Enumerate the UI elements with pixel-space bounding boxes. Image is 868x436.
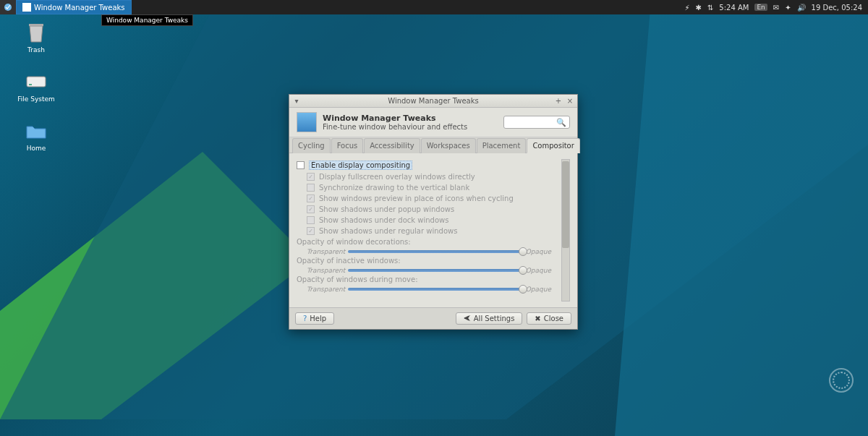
slider-track[interactable]	[348, 269, 522, 272]
check-shadow-dock[interactable]: Show shadows under dock windows	[307, 216, 551, 224]
activity-spinner	[829, 368, 854, 393]
checkbox-icon: ✓	[307, 195, 315, 202]
check-vsync[interactable]: Synchronize drawing to the vertical blan…	[307, 184, 551, 192]
close-icon: ✖	[535, 315, 540, 322]
scrollbar-thumb[interactable]	[562, 161, 569, 248]
back-icon: ⮜	[464, 315, 471, 322]
slider-knob[interactable]	[519, 247, 527, 256]
window-menu-icon[interactable]: ▾	[292, 97, 301, 106]
window-title: Window Manager Tweaks	[388, 97, 479, 105]
tab-accessibility[interactable]: Accessibility	[364, 138, 420, 153]
check-label: Display fullscreen overlay windows direc…	[319, 173, 475, 181]
slider-inactive-label: Opacity of inactive windows:	[297, 257, 551, 265]
svg-rect-4	[29, 24, 43, 26]
slider-decorations[interactable]: Transparent Opaque	[307, 248, 551, 255]
desktop-icon-label: File System	[17, 95, 54, 103]
tab-workspaces[interactable]: Workspaces	[421, 138, 476, 153]
bluetooth-icon[interactable]: ✱	[696, 4, 702, 12]
slider-track[interactable]	[348, 288, 522, 291]
desktop-icon-trash[interactable]: Trash	[14, 22, 58, 54]
checkbox-icon: ✓	[307, 205, 315, 213]
slider-track[interactable]	[348, 250, 522, 253]
check-shadow-popup[interactable]: ✓ Show shadows under popup windows	[307, 205, 551, 213]
taskbar-label: Window Manager Tweaks	[34, 4, 125, 12]
tab-compositor[interactable]: Compositor	[527, 138, 579, 153]
slider-move[interactable]: Transparent Opaque	[307, 286, 551, 293]
desktop-icon-label: Trash	[27, 46, 45, 54]
checkbox-icon: ✓	[307, 173, 315, 181]
minimize-button[interactable]: +	[554, 97, 563, 106]
desktop-icon-label: Home	[27, 145, 46, 152]
checkbox-icon: ✓	[307, 227, 315, 235]
check-label: Show shadows under popup windows	[319, 205, 454, 213]
check-label: Enable display compositing	[309, 161, 412, 170]
close-button[interactable]: ×	[566, 97, 574, 106]
slider-decorations-label: Opacity of window decorations:	[297, 238, 551, 246]
taskbar-app-icon	[22, 3, 31, 12]
dialog-title: Window Manager Tweaks	[323, 114, 467, 123]
svg-marker-2	[615, 0, 868, 436]
all-settings-button[interactable]: ⮜ All Settings	[456, 312, 523, 325]
dialog-header: Window Manager Tweaks Fine-tune window b…	[289, 108, 577, 137]
slider-inactive[interactable]: Transparent Opaque	[307, 267, 551, 274]
titlebar[interactable]: ▾ Window Manager Tweaks + ×	[289, 95, 577, 108]
check-enable-compositing[interactable]: Enable display compositing	[297, 161, 551, 170]
trash-icon	[25, 22, 47, 43]
top-panel: Window Manager Tweaks ⚡ ✱ ⇅ 5:24 AM En ✉…	[0, 0, 868, 14]
check-label: Synchronize drawing to the vertical blan…	[319, 184, 469, 192]
desktop-icon-home[interactable]: Home	[14, 120, 58, 152]
check-fullscreen-overlay[interactable]: ✓ Display fullscreen overlay windows dir…	[307, 173, 551, 181]
check-preview-cycling[interactable]: ✓ Show windows preview in place of icons…	[307, 195, 551, 202]
taskbar-window-button[interactable]: Window Manager Tweaks	[16, 0, 132, 14]
app-menu-button[interactable]	[0, 0, 16, 14]
scrollbar[interactable]	[561, 159, 570, 302]
tab-placement[interactable]: Placement	[477, 138, 527, 153]
power-icon[interactable]: ⚡	[684, 4, 689, 12]
tab-cycling[interactable]: Cycling	[292, 138, 331, 153]
settings-search[interactable]: 🔍	[503, 116, 570, 129]
mail-icon[interactable]: ✉	[773, 4, 779, 12]
date-text[interactable]: 19 Dec, 05:24	[812, 4, 862, 12]
check-shadow-regular[interactable]: ✓ Show shadows under regular windows	[307, 227, 551, 235]
slider-move-label: Opacity of windows during move:	[297, 275, 551, 283]
check-label: Show windows preview in place of icons w…	[319, 195, 514, 202]
slider-knob[interactable]	[519, 285, 527, 294]
dialog-window: ▾ Window Manager Tweaks + × Window Manag…	[289, 94, 578, 330]
dialog-subtitle: Fine-tune window behaviour and effects	[323, 123, 467, 131]
tab-bar: Cycling Focus Accessibility Workspaces P…	[289, 137, 577, 153]
checkbox-icon	[307, 216, 315, 224]
search-icon: 🔍	[556, 118, 566, 127]
check-label: Show shadows under regular windows	[319, 227, 457, 235]
volume-icon[interactable]: 🔊	[797, 4, 806, 12]
close-dialog-button[interactable]: ✖ Close	[527, 312, 571, 325]
notifications-icon[interactable]: ✦	[785, 4, 791, 12]
dialog-app-icon	[297, 112, 317, 132]
checkbox-icon	[307, 184, 315, 192]
dialog-footer: ? Help ⮜ All Settings ✖ Close	[289, 307, 577, 329]
network-icon[interactable]: ⇅	[707, 4, 713, 12]
desktop-icon-filesystem[interactable]: File System	[14, 71, 58, 103]
keyboard-lang[interactable]: En	[754, 4, 767, 11]
folder-icon	[25, 120, 47, 142]
clock-text[interactable]: 5:24 AM	[719, 4, 749, 12]
help-button[interactable]: ? Help	[295, 312, 334, 325]
help-icon: ?	[303, 315, 307, 322]
check-label: Show shadows under dock windows	[319, 216, 448, 224]
svg-rect-6	[29, 84, 32, 85]
tab-focus[interactable]: Focus	[331, 138, 364, 153]
drive-icon	[25, 71, 47, 93]
taskbar-tooltip: Window Manager Tweaks	[101, 14, 193, 26]
checkbox-icon	[297, 161, 305, 169]
slider-knob[interactable]	[519, 266, 527, 275]
svg-marker-0	[0, 152, 311, 419]
tab-content: Enable display compositing ✓ Display ful…	[289, 153, 577, 307]
